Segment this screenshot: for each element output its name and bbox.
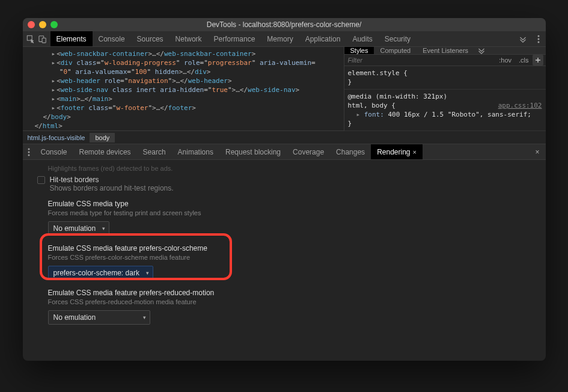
styles-tab-styles[interactable]: Styles <box>344 47 374 54</box>
dom-tree[interactable]: ▸<web-snackbar-container>…</web-snackbar… <box>23 47 344 130</box>
dom-val: true <box>212 86 228 94</box>
dom-tag: footer <box>61 104 85 112</box>
tab-network[interactable]: Network <box>169 31 208 46</box>
hit-test-borders-row[interactable]: Hit-test borders Shows borders around hi… <box>31 172 546 194</box>
drawer-menu-icon[interactable] <box>23 148 35 156</box>
tab-audits[interactable]: Audits <box>346 31 378 46</box>
dom-punc: > <box>192 104 196 112</box>
media-type-select[interactable]: No emulation ▾ <box>48 221 110 236</box>
drawer-close-icon[interactable]: × <box>529 148 545 156</box>
dom-attr: aria-valuemax <box>75 68 127 76</box>
main-tabs: Elements Console Sources Network Perform… <box>23 31 546 47</box>
chevron-down-icon: ▾ <box>146 270 149 276</box>
color-scheme-select[interactable]: prefers-color-scheme: dark ▾ <box>48 266 153 280</box>
drawer-tab-remote-devices[interactable]: Remote devices <box>73 144 137 159</box>
drawer-tab-request-blocking[interactable]: Request blocking <box>219 144 287 159</box>
drawer-tab-changes[interactable]: Changes <box>330 144 371 159</box>
dom-punc: > <box>152 104 156 112</box>
breadcrumb-item[interactable]: html.js-focus-visible <box>23 133 91 142</box>
reduced-motion-sub: Forces CSS prefers-reduced-motion media … <box>48 298 546 305</box>
dom-attr: class <box>88 104 108 112</box>
reduced-motion-select[interactable]: No emulation ▾ <box>48 310 150 325</box>
kebab-menu-icon[interactable] <box>537 35 540 43</box>
dom-tag: div <box>195 68 207 76</box>
drawer-tab-coverage[interactable]: Coverage <box>287 144 330 159</box>
dom-tag: main <box>93 95 109 103</box>
color-scheme-block: Emulate CSS media feature prefers-color-… <box>31 238 546 283</box>
dom-punc: > <box>76 95 81 103</box>
breadcrumb: html.js-focus-visible body <box>23 131 546 144</box>
close-window-button[interactable] <box>28 21 35 28</box>
drawer-tab-search[interactable]: Search <box>137 144 172 159</box>
drawer-tab-console[interactable]: Console <box>35 144 73 159</box>
drawer-tab-rendering[interactable]: Rendering× <box>371 144 423 159</box>
zoom-window-button[interactable] <box>50 21 58 28</box>
hit-test-title: Hit-test borders <box>50 176 174 184</box>
style-rule-element[interactable]: element.style { } <box>344 66 546 90</box>
dom-punc: < <box>56 50 61 58</box>
chevron-down-icon: ▾ <box>102 225 105 231</box>
dom-attr: aria-valuemin <box>260 59 311 67</box>
svg-point-7 <box>28 151 29 153</box>
tabs-overflow-icon[interactable] <box>519 35 527 43</box>
styles-tab-event-listeners[interactable]: Event Listeners <box>417 47 474 54</box>
dom-punc: > <box>207 68 211 76</box>
styles-tab-computed[interactable]: Computed <box>374 47 417 54</box>
dom-punc: > <box>252 50 256 58</box>
dom-attr: aria-hidden <box>160 86 204 94</box>
dom-tag: div <box>61 59 73 67</box>
tab-application[interactable]: Application <box>299 31 347 46</box>
window-titlebar: DevTools - localhost:8080/prefers-color-… <box>23 18 546 31</box>
styles-filter-input[interactable] <box>344 57 496 64</box>
dom-punc: </ <box>43 113 51 121</box>
hit-test-checkbox[interactable] <box>37 176 45 184</box>
dom-punc: > <box>108 95 112 103</box>
dom-punc: </ <box>180 77 188 85</box>
style-rule-media[interactable]: @media (min-width: 321px) html, body {ap… <box>344 90 546 131</box>
dom-punc: < <box>56 95 61 103</box>
dom-punc: < <box>56 59 61 67</box>
dom-punc: > <box>296 86 300 94</box>
styles-filter-bar: :hov .cls <box>344 55 546 66</box>
rule-close: } <box>348 120 352 127</box>
media-type-block: Emulate CSS media type Forces media type… <box>31 194 546 238</box>
dom-tag: body <box>51 113 67 121</box>
media-type-title: Emulate CSS media type <box>48 200 546 208</box>
dom-tag: footer <box>168 104 192 112</box>
toggle-device-icon[interactable] <box>38 35 47 43</box>
tab-console[interactable]: Console <box>93 31 131 46</box>
select-element-icon[interactable] <box>26 35 35 43</box>
tab-performance[interactable]: Performance <box>208 31 261 46</box>
breadcrumb-item-active[interactable]: body <box>90 133 115 142</box>
tab-security[interactable]: Security <box>379 31 417 46</box>
minimize-window-button[interactable] <box>39 21 46 28</box>
drawer-tabs: Console Remote devices Search Animations… <box>23 144 546 160</box>
hov-toggle[interactable]: :hov <box>495 57 515 64</box>
drawer-tab-label: Rendering <box>377 148 410 156</box>
reduced-motion-block: Emulate CSS media feature prefers-reduce… <box>31 283 546 327</box>
dom-ellipsis: … <box>183 68 187 76</box>
dom-attr: class <box>76 59 96 67</box>
styles-tabs-overflow-icon[interactable] <box>478 47 485 54</box>
reduced-motion-title: Emulate CSS media feature prefers-reduce… <box>48 289 546 297</box>
cls-toggle[interactable]: .cls <box>515 57 533 64</box>
dom-ellipsis: … <box>236 86 240 94</box>
drawer-tab-animations[interactable]: Animations <box>172 144 219 159</box>
tab-elements[interactable]: Elements <box>50 31 93 46</box>
chevron-down-icon: ▾ <box>143 314 146 320</box>
dom-punc: < <box>56 77 61 85</box>
dom-tag: web-header <box>188 77 228 85</box>
dom-punc: </ <box>156 50 164 58</box>
tab-sources[interactable]: Sources <box>131 31 169 46</box>
dom-attr: role <box>184 59 200 67</box>
rule-source-link[interactable]: app.css:102 <box>498 101 542 110</box>
close-tab-icon[interactable]: × <box>413 149 417 156</box>
new-style-rule-button[interactable] <box>533 55 543 66</box>
rule-selector: html, body { <box>348 102 395 109</box>
dom-punc: > <box>58 122 63 130</box>
tab-memory[interactable]: Memory <box>261 31 299 46</box>
svg-point-5 <box>537 41 539 43</box>
dom-val: w-loading-progress <box>105 59 176 67</box>
dom-punc: < <box>56 86 61 94</box>
dom-punc: </ <box>240 86 248 94</box>
